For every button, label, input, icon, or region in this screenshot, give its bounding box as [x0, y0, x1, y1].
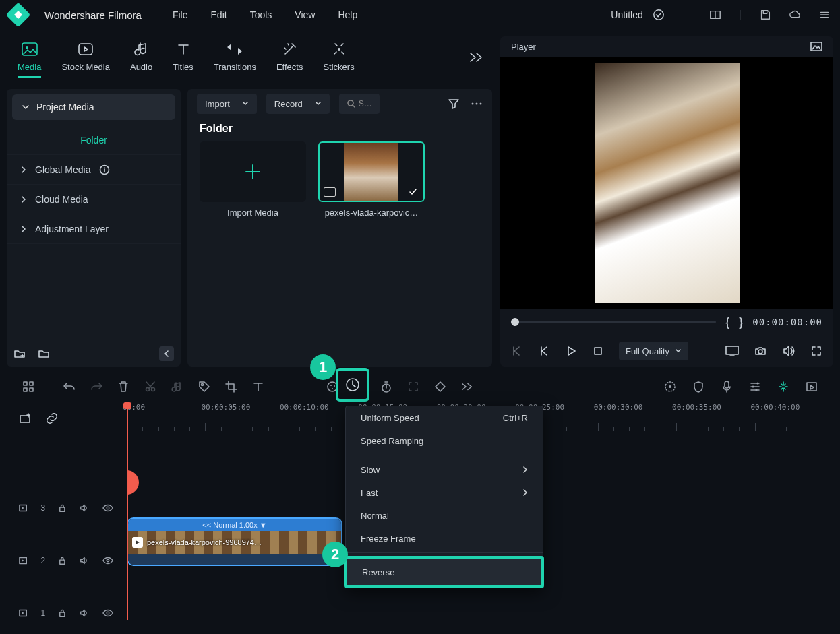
add-track-icon[interactable] — [19, 412, 31, 424]
eye-icon[interactable] — [102, 504, 113, 512]
tab-audio[interactable]: Audio — [130, 40, 152, 72]
tab-stickers[interactable]: Stickers — [323, 40, 354, 72]
speed-icon[interactable] — [344, 377, 361, 393]
menu-item-fast[interactable]: Fast — [346, 481, 543, 504]
display-icon[interactable] — [725, 346, 739, 356]
text-icon[interactable] — [251, 380, 265, 393]
seek-track[interactable] — [511, 321, 716, 323]
sidebar-header-project-media[interactable]: Project Media — [12, 94, 175, 120]
tab-media[interactable]: Media — [18, 40, 41, 78]
import-media-tile[interactable]: Import Media — [200, 141, 306, 218]
seek-thumb[interactable] — [511, 318, 519, 326]
svg-point-34 — [755, 389, 757, 391]
menu-item-uniform-speed[interactable]: Uniform SpeedCtrl+R — [346, 406, 543, 429]
keyframe-icon[interactable] — [777, 380, 790, 393]
sidebar-item-global-media[interactable]: Global Media — [7, 155, 181, 185]
new-folder-icon[interactable] — [13, 348, 26, 360]
lock-icon[interactable] — [59, 503, 66, 513]
diamond-icon[interactable] — [433, 380, 447, 393]
menu-item-normal[interactable]: Normal — [346, 504, 543, 527]
brace-close[interactable]: } — [739, 315, 743, 329]
svg-rect-17 — [30, 382, 33, 385]
volume-icon[interactable] — [782, 345, 796, 357]
lock-icon[interactable] — [59, 608, 66, 618]
mute-icon[interactable] — [80, 556, 89, 565]
project-name[interactable]: Untitled — [611, 9, 642, 20]
brace-open[interactable]: { — [725, 315, 729, 329]
undo-icon[interactable] — [63, 380, 76, 393]
crop-icon[interactable] — [224, 380, 238, 393]
menu-file[interactable]: File — [173, 9, 188, 20]
stop-icon[interactable] — [592, 345, 604, 357]
grid-icon[interactable] — [22, 380, 35, 393]
cloud-icon[interactable] — [789, 9, 801, 21]
focus-icon[interactable] — [407, 380, 420, 393]
camera-icon[interactable] — [754, 346, 767, 356]
quality-dropdown[interactable]: Full Quality — [619, 342, 688, 360]
tabs-overflow-icon[interactable] — [468, 51, 484, 63]
mic-icon[interactable] — [720, 380, 733, 393]
video-track-icon[interactable] — [19, 609, 27, 617]
mute-icon[interactable] — [80, 608, 89, 618]
video-type-icon — [324, 187, 336, 197]
audio-detach-icon[interactable] — [171, 380, 184, 393]
timeline-clip[interactable]: << Normal 1.00x ▼ pexels-vlada-karpovich… — [127, 517, 342, 566]
fx-dot-icon[interactable] — [663, 380, 677, 393]
toolbar-overflow-icon[interactable] — [460, 380, 474, 393]
video-track-icon[interactable] — [19, 557, 27, 565]
save-icon[interactable] — [759, 9, 771, 21]
sidebar-item-adjustment-layer[interactable]: Adjustment Layer — [7, 214, 181, 244]
stopwatch-icon[interactable] — [380, 380, 393, 393]
tab-effects[interactable]: Effects — [276, 40, 303, 72]
menu-view[interactable]: View — [295, 9, 315, 20]
clip-stub[interactable] — [127, 470, 139, 495]
clip-speed-header[interactable]: << Normal 1.00x ▼ — [128, 519, 341, 531]
tab-stock-media[interactable]: Stock Media — [61, 40, 110, 72]
menu-item-freeze-frame[interactable]: Freeze Frame — [346, 527, 543, 550]
filter-icon[interactable] — [448, 98, 460, 110]
folder-icon[interactable] — [38, 348, 50, 360]
mute-icon[interactable] — [80, 503, 89, 513]
menu-edit[interactable]: Edit — [211, 9, 227, 20]
layout-icon[interactable] — [709, 9, 721, 21]
tag-icon[interactable] — [198, 380, 211, 393]
tab-titles[interactable]: Titles — [173, 40, 193, 72]
redo-icon[interactable] — [90, 380, 103, 393]
media-search[interactable]: S… — [339, 94, 380, 114]
record-dropdown[interactable]: Record — [266, 94, 330, 114]
menu-item-reverse[interactable]: Reverse — [347, 559, 541, 585]
cut-icon[interactable] — [144, 380, 157, 393]
sidebar-item-cloud-media[interactable]: Cloud Media — [7, 185, 181, 214]
player-controls: Full Quality — [500, 336, 833, 367]
mixer-icon[interactable] — [748, 380, 762, 393]
video-track-icon[interactable] — [19, 504, 27, 512]
eye-icon[interactable] — [102, 609, 113, 617]
marker-panel-icon[interactable] — [805, 380, 818, 393]
eye-icon[interactable] — [102, 557, 113, 565]
play-icon[interactable] — [565, 345, 577, 357]
collapse-sidebar-button[interactable] — [159, 346, 174, 361]
shield-icon[interactable] — [692, 380, 705, 393]
snapshot-icon[interactable] — [810, 42, 822, 51]
lock-icon[interactable] — [59, 556, 66, 565]
menu-item-slow[interactable]: Slow — [346, 458, 543, 481]
step-back-icon[interactable] — [538, 345, 550, 357]
menu-help[interactable]: Help — [338, 9, 357, 20]
more-icon[interactable] — [471, 102, 483, 106]
menu-tools[interactable]: Tools — [250, 9, 272, 20]
menu-item-speed-ramping[interactable]: Speed Ramping — [346, 429, 543, 452]
import-dropdown[interactable]: Import — [197, 94, 257, 114]
fullscreen-icon[interactable] — [810, 345, 822, 357]
media-clip-tile[interactable]: pexels-vlada-karpovic… — [318, 141, 425, 218]
player-preview[interactable] — [500, 57, 833, 309]
svg-point-25 — [334, 385, 335, 387]
hamburger-icon[interactable] — [818, 9, 831, 21]
titlebar-right: | — [709, 9, 831, 21]
tab-transitions[interactable]: Transitions — [214, 40, 256, 72]
sidebar-item-folder[interactable]: Folder — [7, 125, 181, 155]
prev-frame-icon[interactable] — [511, 345, 523, 357]
playhead[interactable] — [127, 406, 128, 620]
link-icon[interactable] — [46, 412, 58, 424]
folder-label: Folder — [80, 135, 107, 146]
delete-icon[interactable] — [117, 380, 130, 393]
